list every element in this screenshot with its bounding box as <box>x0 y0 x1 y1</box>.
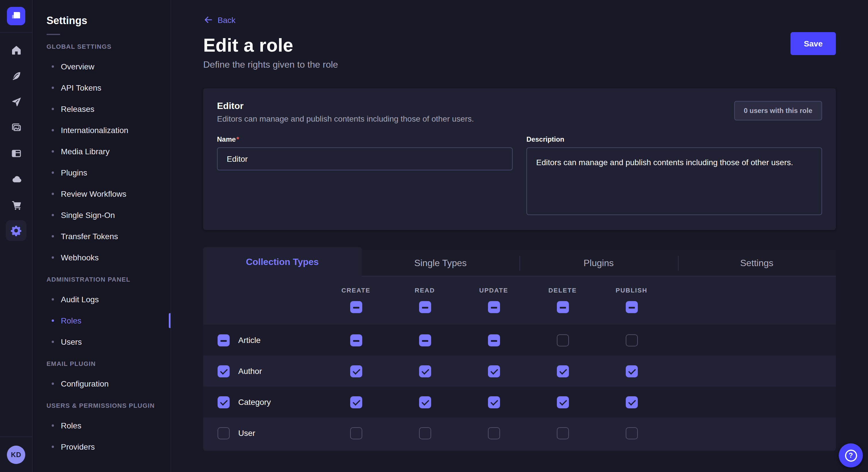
sidebar-item-label: API Tokens <box>61 83 101 92</box>
category-create-checkbox[interactable] <box>350 396 362 408</box>
sidebar-item-configuration[interactable]: Configuration <box>33 373 170 394</box>
section-label-global-settings: GLOBAL SETTINGS <box>46 43 170 51</box>
main-content: Back Edit a role Define the rights given… <box>171 0 868 472</box>
sidebar-item-users[interactable]: Users <box>33 331 170 352</box>
column-header-publish: PUBLISH <box>597 287 666 294</box>
user-read-checkbox[interactable] <box>419 427 431 439</box>
app-window: KD Settings GLOBAL SETTINGS Overview API… <box>0 0 868 472</box>
select-all-publish-checkbox[interactable] <box>625 301 638 313</box>
row-select-checkbox[interactable] <box>218 396 229 408</box>
tab-single-types[interactable]: Single Types <box>361 250 520 276</box>
content-manager-icon[interactable] <box>6 143 26 164</box>
rail-icon-list <box>0 33 32 436</box>
sidebar-item-releases[interactable]: Releases <box>33 98 170 119</box>
tab-plugins[interactable]: Plugins <box>520 250 678 276</box>
user-avatar[interactable]: KD <box>7 445 25 464</box>
bullet-icon <box>52 445 54 448</box>
section-label-email-plugin: EMAIL PLUGIN <box>46 360 170 368</box>
bullet-icon <box>52 129 54 131</box>
sidebar-item-overview[interactable]: Overview <box>33 56 170 77</box>
feather-icon[interactable] <box>6 65 26 86</box>
author-create-checkbox[interactable] <box>350 365 362 377</box>
permissions-table-header: CREATE READ UPDATE DELETE PUBLISH <box>203 276 836 325</box>
sidebar-item-up-roles[interactable]: Roles <box>33 415 170 436</box>
select-all-create-checkbox[interactable] <box>350 301 362 313</box>
question-mark-icon: ? <box>845 449 857 461</box>
strapi-logo[interactable] <box>7 7 25 25</box>
page-title: Edit a role <box>203 35 836 56</box>
tab-settings[interactable]: Settings <box>678 250 836 276</box>
role-details-card: Editor Editors can manage and publish co… <box>203 88 836 230</box>
bullet-icon <box>52 214 54 216</box>
column-header-delete: DELETE <box>528 287 597 294</box>
save-button[interactable]: Save <box>791 32 836 55</box>
row-select-checkbox[interactable] <box>218 334 229 346</box>
cloud-icon[interactable] <box>6 169 26 189</box>
article-update-checkbox[interactable] <box>488 334 500 346</box>
table-row-category: Category <box>203 386 836 417</box>
sidebar-item-providers[interactable]: Providers <box>33 436 170 457</box>
category-read-checkbox[interactable] <box>419 396 431 408</box>
sidebar-item-label: Configuration <box>61 379 109 388</box>
sidebar-item-internationalization[interactable]: Internationalization <box>33 119 170 140</box>
category-publish-checkbox[interactable] <box>625 396 638 408</box>
sidebar-item-media-library[interactable]: Media Library <box>33 140 170 162</box>
author-delete-checkbox[interactable] <box>557 365 569 377</box>
sidebar-item-audit-logs[interactable]: Audit Logs <box>33 289 170 310</box>
sidebar-item-transfer-tokens[interactable]: Transfer Tokens <box>33 225 170 247</box>
media-library-icon[interactable] <box>6 117 26 138</box>
row-select-checkbox[interactable] <box>218 365 229 377</box>
bullet-icon <box>52 319 54 322</box>
user-delete-checkbox[interactable] <box>557 427 569 439</box>
article-publish-checkbox[interactable] <box>625 334 638 346</box>
select-all-read-checkbox[interactable] <box>419 301 431 313</box>
select-all-delete-checkbox[interactable] <box>557 301 569 313</box>
strapi-logo-icon <box>7 7 25 25</box>
category-delete-checkbox[interactable] <box>557 396 569 408</box>
home-icon[interactable] <box>6 40 26 60</box>
sidebar-title: Settings <box>33 0 170 27</box>
tab-collection-types[interactable]: Collection Types <box>203 247 361 276</box>
sidebar-item-label: Internationalization <box>61 125 128 134</box>
sidebar-item-review-workflows[interactable]: Review Workflows <box>33 183 170 204</box>
bullet-icon <box>52 150 54 152</box>
name-input[interactable] <box>217 147 513 170</box>
user-update-checkbox[interactable] <box>488 427 500 439</box>
back-link[interactable]: Back <box>203 15 236 25</box>
article-read-checkbox[interactable] <box>419 334 431 346</box>
help-button[interactable]: ? <box>839 443 863 467</box>
bullet-icon <box>52 107 54 110</box>
sidebar-title-divider <box>46 34 60 35</box>
article-delete-checkbox[interactable] <box>557 334 569 346</box>
settings-gear-icon[interactable] <box>6 220 26 241</box>
sidebar-item-label: Transfer Tokens <box>61 231 118 241</box>
sidebar-item-label: Providers <box>61 442 95 451</box>
column-header-update: UPDATE <box>459 287 528 294</box>
row-label: Author <box>238 367 262 376</box>
author-read-checkbox[interactable] <box>419 365 431 377</box>
role-form-fields: Name* Description Editors can manage and… <box>217 134 822 217</box>
column-header-labels: CREATE READ UPDATE DELETE PUBLISH <box>203 287 836 294</box>
row-select-checkbox[interactable] <box>218 427 229 439</box>
sidebar-item-roles[interactable]: Roles <box>33 310 170 331</box>
users-with-role-badge[interactable]: 0 users with this role <box>734 101 822 121</box>
category-update-checkbox[interactable] <box>488 396 500 408</box>
author-publish-checkbox[interactable] <box>625 365 638 377</box>
author-update-checkbox[interactable] <box>488 365 500 377</box>
user-create-checkbox[interactable] <box>350 427 362 439</box>
bullet-icon <box>52 298 54 300</box>
article-create-checkbox[interactable] <box>350 334 362 346</box>
sidebar-item-label: Users <box>61 337 82 346</box>
sidebar-item-api-tokens[interactable]: API Tokens <box>33 77 170 98</box>
rail-profile-area: KD <box>0 436 32 472</box>
sidebar-item-single-sign-on[interactable]: Single Sign-On <box>33 204 170 225</box>
sidebar-item-plugins[interactable]: Plugins <box>33 162 170 183</box>
select-all-update-checkbox[interactable] <box>488 301 500 313</box>
role-card-heading: Editor Editors can manage and publish co… <box>217 101 474 123</box>
marketplace-cart-icon[interactable] <box>6 194 26 215</box>
user-publish-checkbox[interactable] <box>625 427 638 439</box>
sidebar-item-webhooks[interactable]: Webhooks <box>33 247 170 268</box>
description-textarea[interactable]: Editors can manage and publish contents … <box>526 147 822 215</box>
send-icon[interactable] <box>6 91 26 112</box>
permissions-section: Collection Types Single Types Plugins Se… <box>203 247 836 451</box>
